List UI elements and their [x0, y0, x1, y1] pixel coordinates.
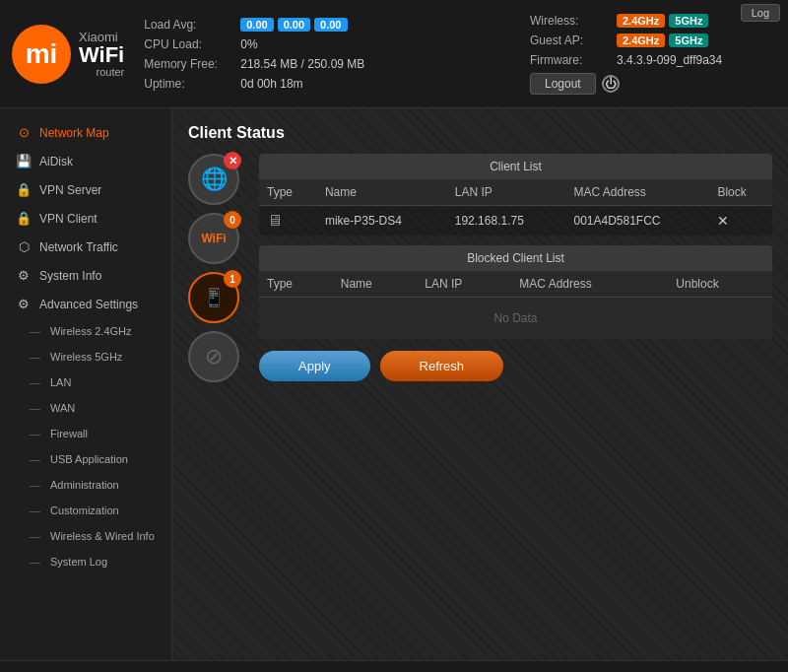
wifi-icon-circle[interactable]: WiFi 0 [188, 213, 239, 264]
col-mac: MAC Address [565, 179, 709, 206]
blocked-list-header: Blocked Client List [259, 245, 772, 271]
sidebar-item-system-log[interactable]: — System Log [0, 549, 171, 574]
settings-icon: ⊘ [205, 344, 223, 370]
sidebar-item-wireless-wired-info[interactable]: — Wireless & Wired Info [0, 523, 171, 549]
top-bar: mi Xiaomi WiFi router Load Avg: 0.00 0.0… [0, 0, 788, 108]
sidebar-item-firewall[interactable]: — Firewall [0, 421, 171, 446]
logo-text: Xiaomi WiFi router [79, 30, 124, 78]
sidebar-item-vpn-server[interactable]: 🔒 VPN Server [0, 175, 171, 204]
sidebar-label-advanced-settings: Advanced Settings [39, 298, 138, 311]
right-stats: Wireless: 2.4GHz 5GHz Guest AP: 2.4GHz 5… [530, 14, 776, 95]
client-status-wrapper: 🌐 ✕ WiFi 0 📱 1 ⊘ [188, 154, 772, 382]
power-icon[interactable]: ⏻ [602, 75, 620, 93]
sidebar-label-vpn-client: VPN Client [39, 212, 98, 226]
center-stats: Load Avg: 0.00 0.00 0.00 CPU Load: 0% Me… [124, 18, 530, 91]
system-info-icon: ⚙ [16, 268, 32, 283]
vpn-client-icon: 🔒 [16, 211, 32, 226]
device-icon-circle[interactable]: 📱 1 [188, 272, 239, 323]
memory-value: 218.54 MB / 250.09 MB [240, 57, 364, 71]
wifi-icon: WiFi [201, 232, 226, 245]
sidebar: ⊙ Network Map 💾 AiDisk 🔒 VPN Server 🔒 VP… [0, 108, 172, 660]
uptime-label: Uptime: [144, 77, 232, 91]
guest-ap-label: Guest AP: [530, 34, 609, 47]
row-device-icon: 🖥 [267, 212, 283, 229]
sidebar-item-system-info[interactable]: ⚙ System Info [0, 261, 171, 290]
client-list-header: Client List [259, 154, 772, 179]
log-button[interactable]: Log [741, 4, 780, 22]
content-area: Client Status 🌐 ✕ WiFi 0 [172, 108, 788, 660]
firmware-label: Firmware: [530, 53, 609, 67]
sidebar-item-usb-application[interactable]: — USB Application [0, 446, 171, 472]
cpu-load-label: CPU Load: [144, 37, 232, 51]
sidebar-item-network-traffic[interactable]: ⬡ Network Traffic [0, 233, 171, 261]
sidebar-label-firewall: Firewall [50, 428, 88, 439]
sidebar-label-customization: Customization [50, 504, 119, 516]
load-badge-1: 0.00 [240, 18, 273, 32]
blocked-col-type: Type [259, 271, 333, 298]
firmware-value: 3.4.3.9-099_dff9a34 [617, 53, 722, 67]
vpn-server-icon: 🔒 [16, 182, 32, 197]
block-button[interactable]: ✕ [709, 206, 772, 236]
load-badge-3: 0.00 [314, 18, 347, 32]
sidebar-item-aidisk[interactable]: 💾 AiDisk [0, 147, 171, 175]
sidebar-item-customization[interactable]: — Customization [0, 498, 171, 523]
device-badge-count: 1 [224, 270, 241, 288]
sidebar-item-wireless-24[interactable]: — Wireless 2.4GHz [0, 318, 171, 344]
sidebar-item-wan[interactable]: — WAN [0, 395, 171, 421]
footer: © 2011-2018 Padavan & N56U project commu… [0, 660, 788, 672]
uptime-value: 0d 00h 18m [240, 77, 302, 91]
load-badges: 0.00 0.00 0.00 [240, 18, 347, 32]
globe-badge-x: ✕ [224, 152, 241, 169]
sidebar-item-vpn-client[interactable]: 🔒 VPN Client [0, 204, 171, 233]
advanced-settings-icon: ⚙ [16, 297, 32, 311]
row-mac: 001A4D581FCC [565, 206, 709, 236]
row-name: mike-P35-DS4 [317, 206, 447, 236]
logout-button[interactable]: Logout [530, 73, 596, 95]
blocked-client-list-section: Blocked Client List Type Name LAN IP MAC… [259, 245, 772, 339]
blocked-col-mac: MAC Address [511, 271, 668, 298]
settings-icon-circle[interactable]: ⊘ [188, 331, 239, 382]
sidebar-item-lan[interactable]: — LAN [0, 370, 171, 395]
guest-5-badge: 5GHz [669, 34, 708, 47]
table-row: 🖥 mike-P35-DS4 192.168.1.75 001A4D581FCC… [259, 206, 772, 236]
col-lan-ip: LAN IP [447, 179, 566, 206]
sidebar-label-usb-application: USB Application [50, 453, 128, 465]
blocked-col-unblock: Unblock [668, 271, 772, 298]
wireless-5-badge: 5GHz [669, 14, 708, 28]
client-table-area: Client List Type Name LAN IP MAC Address… [259, 154, 772, 382]
globe-icon: 🌐 [201, 167, 228, 192]
guest-24-badge: 2.4GHz [617, 34, 665, 47]
logout-area: Logout ⏻ [530, 73, 620, 95]
sidebar-item-network-map[interactable]: ⊙ Network Map [0, 118, 171, 147]
sidebar-item-wireless-5[interactable]: — Wireless 5GHz [0, 344, 171, 370]
network-map-icon: ⊙ [16, 125, 32, 140]
main-layout: ⊙ Network Map 💾 AiDisk 🔒 VPN Server 🔒 VP… [0, 108, 788, 660]
sidebar-label-aidisk: AiDisk [39, 155, 73, 168]
load-avg-label: Load Avg: [144, 18, 232, 32]
sidebar-label-administration: Administration [50, 479, 119, 491]
sidebar-item-advanced-settings[interactable]: ⚙ Advanced Settings [0, 290, 171, 318]
refresh-button[interactable]: Refresh [380, 351, 504, 381]
sidebar-item-administration[interactable]: — Administration [0, 472, 171, 498]
no-data-row: No Data [259, 298, 772, 340]
icon-panel: 🌐 ✕ WiFi 0 📱 1 ⊘ [188, 154, 247, 382]
apply-button[interactable]: Apply [259, 351, 370, 381]
client-table: Type Name LAN IP MAC Address Block 🖥 [259, 179, 772, 235]
sidebar-label-wan: WAN [50, 402, 75, 414]
memory-free-label: Memory Free: [144, 57, 232, 71]
col-block: Block [709, 179, 772, 206]
no-data-text: No Data [259, 298, 772, 340]
globe-icon-circle[interactable]: 🌐 ✕ [188, 154, 239, 205]
page-title: Client Status [188, 124, 772, 142]
sidebar-label-wireless-24: Wireless 2.4GHz [50, 325, 132, 337]
sidebar-label-network-map: Network Map [39, 126, 109, 140]
network-traffic-icon: ⬡ [16, 239, 32, 254]
load-badge-2: 0.00 [278, 18, 310, 32]
col-type: Type [259, 179, 317, 206]
mi-logo: mi [12, 25, 71, 84]
blocked-table: Type Name LAN IP MAC Address Unblock No … [259, 271, 772, 339]
blocked-col-lan-ip: LAN IP [417, 271, 511, 298]
device-icon: 📱 [203, 287, 225, 308]
wireless-label: Wireless: [530, 14, 609, 28]
wifi-label: WiFi [79, 44, 124, 66]
